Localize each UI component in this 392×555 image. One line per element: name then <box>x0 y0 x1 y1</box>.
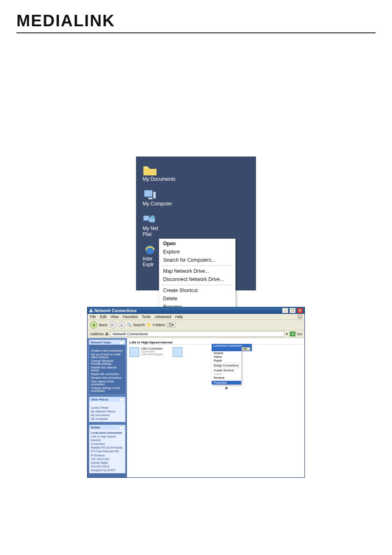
place-link[interactable]: My Computer <box>91 417 124 421</box>
svg-point-5 <box>150 215 154 219</box>
ctx-open[interactable]: Open <box>160 240 235 248</box>
task-link[interactable]: Change Windows Firewall settings <box>91 359 124 366</box>
svg-rect-2 <box>153 192 156 198</box>
lac-off-button[interactable]: Off... <box>242 347 250 351</box>
svg-rect-3 <box>143 216 149 221</box>
menu-help[interactable]: Help <box>175 315 183 319</box>
sidebar-details: Details ˄ Local Area Connection LAN or H… <box>89 425 125 473</box>
ctx-disconnectdrive[interactable]: Disconnect Network Drive... <box>160 275 235 283</box>
cursor-icon: ➤ <box>225 386 228 390</box>
minimize-button[interactable]: _ <box>282 308 288 313</box>
address-label: Address <box>90 332 104 336</box>
task-link[interactable]: View status of this connection <box>91 380 124 386</box>
address-input[interactable] <box>111 331 284 337</box>
address-dropdown[interactable]: ▾ <box>286 332 288 336</box>
cm-bridge[interactable]: Bridge Connections <box>212 364 241 367</box>
svg-rect-1 <box>148 198 152 199</box>
cm-shortcut[interactable]: Create Shortcut <box>212 368 241 372</box>
details-mask: Subnet Mask: 255.255.255.0 <box>91 461 124 468</box>
ctx-mapdrive[interactable]: Map Network Drive... <box>160 267 235 275</box>
cm-divider <box>213 363 240 363</box>
toolbar: ◄ Back ► ▲ 🔍 Search 📁 Folders ☰▾ <box>88 320 304 330</box>
menu-edit[interactable]: Edit <box>100 315 107 319</box>
address-bar: Address 🖧 ▾ ➔ Go <box>88 330 304 338</box>
connection-context-menu: Disable Status Repair Bridge Connections… <box>212 351 241 385</box>
sidebar-head-label: Details <box>91 426 100 429</box>
details-title: Local Area Connection <box>91 431 124 435</box>
forward-button[interactable]: ► <box>109 321 116 329</box>
search-icon[interactable]: 🔍 <box>127 323 131 327</box>
desktop-icon-mycomputer[interactable]: My Computer <box>143 189 249 207</box>
place-link[interactable]: My Network Places <box>91 410 124 413</box>
desktop-icon-networkplaces[interactable]: My Net Plac <box>143 213 249 237</box>
close-button[interactable]: ✕ <box>297 308 303 313</box>
ctx-createshortcut[interactable]: Create Shortcut <box>160 286 235 295</box>
screenshot-network-connections: 🖧 Network Connections _ □ ✕ File Edit Vi… <box>16 307 376 478</box>
lac-title: Local Area Connection <box>213 344 242 347</box>
task-link[interactable]: Set up a home or small office network <box>91 352 124 359</box>
ie-icon <box>143 244 157 256</box>
folders-icon[interactable]: 📁 <box>147 323 151 327</box>
task-link[interactable]: Repair this connection <box>91 372 124 376</box>
desktop-icon-label: My Documents <box>143 176 175 182</box>
cm-divider <box>213 368 240 368</box>
cm-rename[interactable]: Rename <box>212 376 241 380</box>
ctx-divider <box>161 265 233 266</box>
cm-repair[interactable]: Repair <box>212 359 241 362</box>
conn-adapter: 1394 Net Adapter <box>141 353 164 356</box>
menu-bar: File Edit View Favorites Tools Advanced … <box>88 314 304 320</box>
nic-icon <box>129 347 139 357</box>
desktop-icon-documents[interactable]: My Documents <box>143 164 249 182</box>
maximize-button[interactable]: □ <box>290 308 295 313</box>
menu-adv[interactable]: Advanced <box>154 315 171 319</box>
menu-view[interactable]: View <box>111 315 118 319</box>
task-link[interactable]: Rename this connection <box>91 376 124 380</box>
sidebar-head-label: Other Places <box>91 398 108 401</box>
place-link[interactable]: My Documents <box>91 413 124 417</box>
go-button[interactable]: ➔ <box>290 332 295 336</box>
chevron-up-icon[interactable]: ˄ <box>120 341 124 344</box>
chevron-up-icon[interactable]: ˄ <box>120 426 124 429</box>
task-link[interactable]: Change settings of this connection <box>91 386 124 393</box>
place-link[interactable]: Control Panel <box>91 406 124 410</box>
explorer-sidebar: Network Tasks ˄ Create a new connection … <box>88 338 127 477</box>
ctx-divider <box>161 285 233 285</box>
desktop-icon-label: My Computer <box>143 201 172 207</box>
folders-label: Folders <box>153 323 165 327</box>
local-area-header: Local Area Connection Off... <box>212 344 252 351</box>
xp-flag-icon: 🪟 <box>297 315 302 319</box>
window-titlebar[interactable]: 🖧 Network Connections _ □ ✕ <box>88 307 304 314</box>
menu-fav[interactable]: Favorites <box>122 315 138 319</box>
desktop-icon-label: Inter Explr <box>143 256 154 267</box>
brand-logo: MEDIALINK <box>16 0 376 32</box>
connection-1394[interactable]: 1394 Connection Connected 1394 Net Adapt… <box>129 347 164 357</box>
chevron-up-icon[interactable]: ˄ <box>120 398 124 401</box>
cm-status[interactable]: Status <box>212 355 241 359</box>
details-state: Connected <box>91 442 124 446</box>
cm-disable[interactable]: Disable <box>212 351 241 355</box>
folder-icon <box>143 164 157 176</box>
screenshot-desktop-contextmenu: My Documents My Computer My Net Plac Int… <box>16 157 376 290</box>
details-adapter: Realtek RTL8139 Family PCI Fast Ethernet… <box>91 446 124 453</box>
details-ip: IP Address: 192.168.0.102 <box>91 454 124 461</box>
cm-properties[interactable]: Properties <box>212 381 241 385</box>
connections-pane: LAN or High-Speed Internet 1394 Connecti… <box>127 338 304 477</box>
task-link[interactable]: Disable this network device <box>91 366 124 372</box>
ctx-searchcomputers[interactable]: Search for Computers... <box>160 256 235 264</box>
conn-name: 1394 Connection <box>141 347 164 350</box>
header-rule <box>16 32 376 33</box>
computer-icon <box>143 189 157 201</box>
task-link[interactable]: Create a new connection <box>91 349 124 352</box>
menu-tools[interactable]: Tools <box>142 315 150 319</box>
views-button[interactable]: ☰▾ <box>167 322 175 327</box>
conn-state: Connected <box>141 350 164 353</box>
sidebar-head-label: Network Tasks <box>91 341 111 344</box>
ctx-delete[interactable]: Delete <box>160 295 235 303</box>
go-label: Go <box>297 332 302 336</box>
ctx-explore[interactable]: Explore <box>160 248 235 256</box>
up-button[interactable]: ▲ <box>118 321 125 329</box>
back-button[interactable]: ◄ <box>90 321 97 329</box>
connection-local-area[interactable] <box>173 347 182 357</box>
menu-file[interactable]: File <box>90 315 96 319</box>
details-type: LAN or High-Speed Internet <box>91 435 124 442</box>
